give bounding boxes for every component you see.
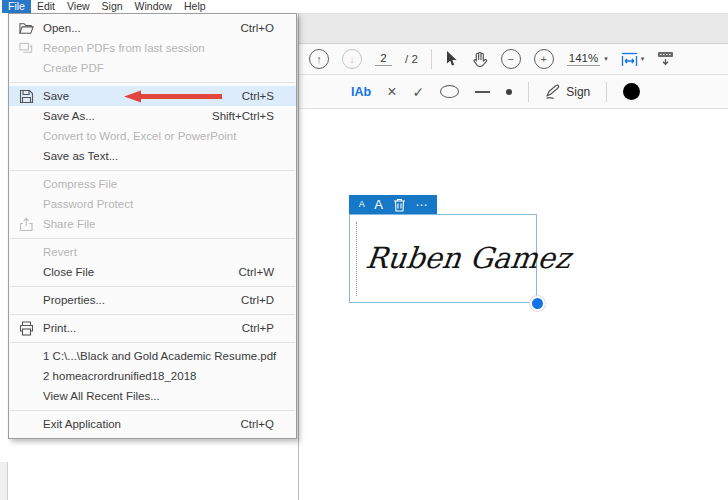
page-total-label: / 2 [405, 53, 418, 65]
menu-help[interactable]: Help [178, 0, 212, 13]
add-text-tool-button[interactable]: IAb [351, 85, 371, 99]
menu-item-recent-file-1[interactable]: 1 C:\...\Black and Gold Academic Resume.… [9, 346, 296, 366]
menu-separator [10, 286, 295, 287]
menu-item-label: Compress File [43, 178, 117, 190]
hide-toolbar-button[interactable] [657, 51, 674, 67]
menu-item-label: Save as Text... [43, 150, 118, 162]
menu-item-revert[interactable]: Revert [9, 242, 296, 262]
menu-item-label: Share File [43, 218, 95, 230]
menu-item-label: Close File [43, 266, 94, 278]
menu-item-create-pdf[interactable]: Create PDF [9, 58, 296, 78]
menu-item-convert[interactable]: Convert to Word, Excel or PowerPoint [9, 126, 296, 146]
printer-icon [9, 321, 43, 336]
document-area: A A ⋯ Ruben Gamez [299, 109, 728, 500]
toolbar-divider [528, 82, 529, 102]
toolbar-divider [606, 82, 607, 102]
menu-item-label: Password Protect [43, 198, 133, 210]
signature-baseline-guide [356, 222, 357, 296]
chevron-down-icon: ▾ [604, 55, 608, 63]
menu-item-label: 1 C:\...\Black and Gold Academic Resume.… [43, 350, 276, 362]
hand-tool-button[interactable] [471, 51, 488, 68]
menu-item-reopen-pdfs[interactable]: Reopen PDFs from last session [9, 38, 296, 58]
chevron-down-icon: ▾ [641, 55, 645, 63]
menu-separator [10, 342, 295, 343]
menu-item-label: Print... [43, 322, 76, 334]
folder-open-icon [9, 21, 43, 35]
menu-item-shortcut: Ctrl+D [241, 294, 274, 306]
minus-icon: − [508, 54, 514, 65]
sign-button[interactable]: Sign [545, 84, 590, 100]
color-picker-button[interactable] [623, 83, 640, 100]
menu-item-compress-file[interactable]: Compress File [9, 174, 296, 194]
zoom-out-button[interactable]: − [501, 49, 521, 69]
more-options-button[interactable]: ⋯ [415, 199, 427, 211]
dot-tool-button[interactable] [506, 89, 512, 95]
fit-width-button[interactable]: ▾ [621, 52, 645, 67]
zoom-in-button[interactable]: + [534, 49, 554, 69]
tab-strip [299, 13, 728, 44]
menu-item-open[interactable]: Open... Ctrl+O [9, 18, 296, 38]
fit-width-icon [621, 52, 638, 67]
increase-font-button[interactable]: A [374, 198, 383, 211]
trash-icon [393, 198, 406, 212]
menu-separator [10, 170, 295, 171]
menu-item-shortcut: Ctrl+O [240, 22, 274, 34]
cursor-icon [445, 51, 458, 67]
menu-item-close-file[interactable]: Close File Ctrl+W [9, 262, 296, 282]
circle-tool-button[interactable] [440, 85, 459, 98]
signature-field[interactable]: Ruben Gamez [349, 214, 537, 303]
menu-item-shortcut: Ctrl+W [239, 266, 274, 278]
menu-item-shortcut: Shift+Ctrl+S [212, 110, 274, 122]
menu-item-save-as[interactable]: Save As... Shift+Ctrl+S [9, 106, 296, 126]
menu-item-label: 2 homeacrordrunified18_2018 [43, 370, 196, 382]
menu-separator [10, 410, 295, 411]
menu-item-share-file[interactable]: Share File [9, 214, 296, 234]
menu-item-shortcut: Ctrl+S [242, 90, 274, 102]
zoom-level-combo[interactable]: 141% ▾ [567, 52, 608, 66]
menu-separator [10, 314, 295, 315]
menu-item-label: View All Recent Files... [43, 390, 160, 402]
menu-item-password-protect[interactable]: Password Protect [9, 194, 296, 214]
menu-edit[interactable]: Edit [31, 0, 61, 13]
menu-sign[interactable]: Sign [96, 0, 129, 13]
file-menu-dropdown: Open... Ctrl+O Reopen PDFs from last ses… [8, 13, 297, 439]
document-pane: ↑ ↓ / 2 − + 141% ▾ ▾ [298, 13, 728, 500]
previous-page-button[interactable]: ↑ [309, 49, 329, 69]
menu-item-label: Reopen PDFs from last session [43, 42, 205, 54]
red-arrow-annotation [124, 90, 222, 103]
menu-item-label: Create PDF [43, 62, 104, 74]
menu-separator [10, 238, 295, 239]
main-toolbar: ↑ ↓ / 2 − + 141% ▾ ▾ [299, 44, 728, 75]
sign-button-label: Sign [566, 85, 590, 99]
resize-handle[interactable] [532, 298, 543, 309]
menu-item-label: Save [43, 90, 69, 102]
menu-item-print[interactable]: Print... Ctrl+P [9, 318, 296, 338]
reopen-session-icon [9, 41, 43, 55]
next-page-button[interactable]: ↓ [342, 49, 362, 69]
menu-item-view-all-recent[interactable]: View All Recent Files... [9, 386, 296, 406]
menu-view[interactable]: View [61, 0, 96, 13]
menu-separator [10, 82, 295, 83]
menu-item-label: Properties... [43, 294, 105, 306]
menu-item-label: Open... [43, 22, 81, 34]
line-tool-button[interactable] [475, 91, 490, 93]
menu-window[interactable]: Window [129, 0, 178, 13]
menu-item-save[interactable]: Save Ctrl+S [9, 86, 296, 106]
menu-file[interactable]: File [2, 0, 31, 13]
menu-item-save-as-text[interactable]: Save as Text... [9, 146, 296, 166]
collapse-toolbar-icon [657, 51, 674, 67]
page-number-input[interactable] [375, 52, 392, 66]
delete-signature-button[interactable] [393, 198, 406, 212]
menu-item-exit-application[interactable]: Exit Application Ctrl+Q [9, 414, 296, 434]
save-icon [9, 89, 43, 104]
cross-tool-button[interactable]: × [387, 84, 396, 100]
menu-item-recent-file-2[interactable]: 2 homeacrordrunified18_2018 [9, 366, 296, 386]
select-tool-button[interactable] [445, 51, 458, 67]
signature-text[interactable]: Ruben Gamez [364, 241, 573, 275]
menu-item-properties[interactable]: Properties... Ctrl+D [9, 290, 296, 310]
toolbar-divider [431, 49, 432, 69]
decrease-font-button[interactable]: A [359, 200, 365, 209]
menu-item-label: Exit Application [43, 418, 121, 430]
checkmark-tool-button[interactable]: ✓ [412, 85, 424, 99]
menu-item-label: Convert to Word, Excel or PowerPoint [43, 130, 236, 142]
